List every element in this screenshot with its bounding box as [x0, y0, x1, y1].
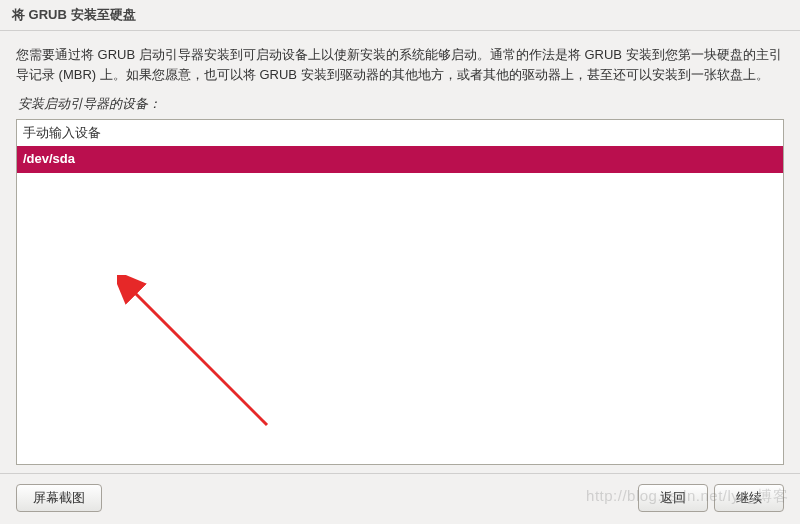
- back-button[interactable]: 返回: [638, 484, 708, 512]
- window-titlebar: 将 GRUB 安装至硬盘: [0, 0, 800, 31]
- installer-window: 将 GRUB 安装至硬盘 您需要通过将 GRUB 启动引导器安装到可启动设备上以…: [0, 0, 800, 524]
- continue-button[interactable]: 继续: [714, 484, 784, 512]
- footer-bar: 屏幕截图 返回 继续: [0, 473, 800, 524]
- annotation-arrow-icon: [117, 275, 317, 455]
- footer-spacer: [102, 484, 632, 512]
- list-item-manual[interactable]: 手动输入设备: [17, 120, 783, 146]
- description-text: 您需要通过将 GRUB 启动引导器安装到可启动设备上以使新安装的系统能够启动。通…: [16, 45, 784, 85]
- device-list[interactable]: 手动输入设备 /dev/sda: [16, 119, 784, 465]
- svg-line-1: [132, 290, 267, 425]
- screenshot-button[interactable]: 屏幕截图: [16, 484, 102, 512]
- device-prompt-label: 安装启动引导器的设备：: [16, 95, 784, 113]
- list-item-dev-sda[interactable]: /dev/sda: [17, 146, 783, 172]
- window-title: 将 GRUB 安装至硬盘: [12, 7, 136, 22]
- main-content: 您需要通过将 GRUB 启动引导器安装到可启动设备上以使新安装的系统能够启动。通…: [0, 31, 800, 473]
